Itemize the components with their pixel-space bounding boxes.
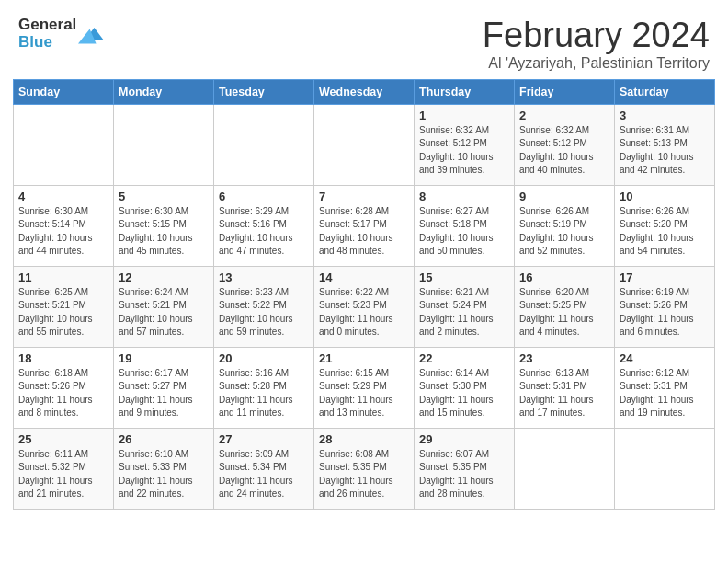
day-number: 18 xyxy=(18,351,108,365)
day-info: Sunrise: 6:16 AM Sunset: 5:28 PM Dayligh… xyxy=(219,367,309,420)
day-number: 16 xyxy=(519,270,609,284)
day-number: 14 xyxy=(319,270,409,284)
day-info: Sunrise: 6:23 AM Sunset: 5:22 PM Dayligh… xyxy=(219,286,309,339)
calendar: SundayMondayTuesdayWednesdayThursdayFrid… xyxy=(0,79,728,523)
title-area: February 2024 Al 'Ayzariyah, Palestinian… xyxy=(483,17,710,72)
day-info: Sunrise: 6:20 AM Sunset: 5:25 PM Dayligh… xyxy=(519,286,609,339)
day-number: 25 xyxy=(18,432,108,446)
day-info: Sunrise: 6:26 AM Sunset: 5:20 PM Dayligh… xyxy=(620,205,710,259)
day-number: 22 xyxy=(419,351,509,365)
day-number: 17 xyxy=(620,270,710,284)
day-number: 29 xyxy=(419,432,509,446)
day-info: Sunrise: 6:29 AM Sunset: 5:16 PM Dayligh… xyxy=(219,205,309,259)
column-header-monday: Monday xyxy=(114,79,214,104)
day-number: 9 xyxy=(519,190,609,203)
day-number: 23 xyxy=(519,351,609,365)
calendar-table: SundayMondayTuesdayWednesdayThursdayFrid… xyxy=(13,79,715,510)
day-number: 24 xyxy=(620,351,710,365)
calendar-cell: 1Sunrise: 6:32 AM Sunset: 5:12 PM Daylig… xyxy=(415,104,515,185)
calendar-cell xyxy=(515,428,615,509)
calendar-cell: 2Sunrise: 6:32 AM Sunset: 5:12 PM Daylig… xyxy=(515,104,615,185)
day-number: 28 xyxy=(319,432,409,446)
column-header-tuesday: Tuesday xyxy=(214,79,314,104)
calendar-cell: 10Sunrise: 6:26 AM Sunset: 5:20 PM Dayli… xyxy=(615,185,715,266)
calendar-cell: 24Sunrise: 6:12 AM Sunset: 5:31 PM Dayli… xyxy=(615,347,715,428)
column-header-wednesday: Wednesday xyxy=(314,79,415,104)
day-info: Sunrise: 6:24 AM Sunset: 5:21 PM Dayligh… xyxy=(119,286,209,339)
day-number: 6 xyxy=(219,190,309,203)
day-info: Sunrise: 6:21 AM Sunset: 5:24 PM Dayligh… xyxy=(419,286,509,339)
day-number: 10 xyxy=(620,190,710,203)
day-info: Sunrise: 6:32 AM Sunset: 5:12 PM Dayligh… xyxy=(419,124,509,178)
calendar-cell: 15Sunrise: 6:21 AM Sunset: 5:24 PM Dayli… xyxy=(415,266,515,347)
calendar-cell: 26Sunrise: 6:10 AM Sunset: 5:33 PM Dayli… xyxy=(114,428,214,509)
logo: General Blue xyxy=(18,17,104,51)
day-info: Sunrise: 6:22 AM Sunset: 5:23 PM Dayligh… xyxy=(319,286,409,339)
calendar-cell: 28Sunrise: 6:08 AM Sunset: 5:35 PM Dayli… xyxy=(314,428,415,509)
calendar-cell xyxy=(615,428,715,509)
calendar-cell: 27Sunrise: 6:09 AM Sunset: 5:34 PM Dayli… xyxy=(214,428,314,509)
calendar-cell: 7Sunrise: 6:28 AM Sunset: 5:17 PM Daylig… xyxy=(314,185,415,266)
day-number: 27 xyxy=(219,432,309,446)
calendar-cell: 22Sunrise: 6:14 AM Sunset: 5:30 PM Dayli… xyxy=(415,347,515,428)
day-info: Sunrise: 6:30 AM Sunset: 5:15 PM Dayligh… xyxy=(119,205,209,259)
day-info: Sunrise: 6:11 AM Sunset: 5:32 PM Dayligh… xyxy=(18,448,108,501)
day-number: 8 xyxy=(419,190,509,203)
location-title: Al 'Ayzariyah, Palestinian Territory xyxy=(483,55,710,72)
day-info: Sunrise: 6:31 AM Sunset: 5:13 PM Dayligh… xyxy=(620,124,710,178)
calendar-cell: 25Sunrise: 6:11 AM Sunset: 5:32 PM Dayli… xyxy=(14,428,114,509)
day-info: Sunrise: 6:13 AM Sunset: 5:31 PM Dayligh… xyxy=(519,367,609,420)
calendar-cell: 17Sunrise: 6:19 AM Sunset: 5:26 PM Dayli… xyxy=(615,266,715,347)
calendar-cell: 18Sunrise: 6:18 AM Sunset: 5:26 PM Dayli… xyxy=(14,347,114,428)
calendar-cell: 8Sunrise: 6:27 AM Sunset: 5:18 PM Daylig… xyxy=(415,185,515,266)
day-info: Sunrise: 6:08 AM Sunset: 5:35 PM Dayligh… xyxy=(319,448,409,501)
day-number: 3 xyxy=(620,109,710,122)
day-info: Sunrise: 6:15 AM Sunset: 5:29 PM Dayligh… xyxy=(319,367,409,420)
day-number: 1 xyxy=(419,109,509,122)
calendar-cell: 13Sunrise: 6:23 AM Sunset: 5:22 PM Dayli… xyxy=(214,266,314,347)
calendar-cell: 16Sunrise: 6:20 AM Sunset: 5:25 PM Dayli… xyxy=(515,266,615,347)
day-number: 21 xyxy=(319,351,409,365)
day-info: Sunrise: 6:07 AM Sunset: 5:35 PM Dayligh… xyxy=(419,448,509,501)
calendar-cell: 29Sunrise: 6:07 AM Sunset: 5:35 PM Dayli… xyxy=(415,428,515,509)
day-info: Sunrise: 6:27 AM Sunset: 5:18 PM Dayligh… xyxy=(419,205,509,259)
day-number: 15 xyxy=(419,270,509,284)
day-info: Sunrise: 6:19 AM Sunset: 5:26 PM Dayligh… xyxy=(620,286,710,339)
calendar-cell: 20Sunrise: 6:16 AM Sunset: 5:28 PM Dayli… xyxy=(214,347,314,428)
day-number: 11 xyxy=(18,270,108,284)
day-number: 5 xyxy=(119,190,209,203)
column-header-thursday: Thursday xyxy=(415,79,515,104)
calendar-cell xyxy=(114,104,214,185)
day-number: 13 xyxy=(219,270,309,284)
day-info: Sunrise: 6:32 AM Sunset: 5:12 PM Dayligh… xyxy=(519,124,609,178)
day-number: 12 xyxy=(119,270,209,284)
calendar-cell: 23Sunrise: 6:13 AM Sunset: 5:31 PM Dayli… xyxy=(515,347,615,428)
day-info: Sunrise: 6:14 AM Sunset: 5:30 PM Dayligh… xyxy=(419,367,509,420)
column-header-saturday: Saturday xyxy=(615,79,715,104)
day-number: 2 xyxy=(519,109,609,122)
day-info: Sunrise: 6:25 AM Sunset: 5:21 PM Dayligh… xyxy=(18,286,108,339)
day-info: Sunrise: 6:09 AM Sunset: 5:34 PM Dayligh… xyxy=(219,448,309,501)
logo-icon xyxy=(78,21,104,47)
day-info: Sunrise: 6:30 AM Sunset: 5:14 PM Dayligh… xyxy=(18,205,108,259)
calendar-cell: 12Sunrise: 6:24 AM Sunset: 5:21 PM Dayli… xyxy=(114,266,214,347)
calendar-cell xyxy=(14,104,114,185)
day-number: 7 xyxy=(319,190,409,203)
calendar-cell: 6Sunrise: 6:29 AM Sunset: 5:16 PM Daylig… xyxy=(214,185,314,266)
column-header-friday: Friday xyxy=(515,79,615,104)
calendar-cell xyxy=(214,104,314,185)
day-number: 19 xyxy=(119,351,209,365)
column-header-sunday: Sunday xyxy=(14,79,114,104)
logo-general: General xyxy=(18,17,76,34)
month-title: February 2024 xyxy=(483,17,710,55)
calendar-cell: 3Sunrise: 6:31 AM Sunset: 5:13 PM Daylig… xyxy=(615,104,715,185)
logo-blue: Blue xyxy=(18,34,76,52)
day-number: 26 xyxy=(119,432,209,446)
calendar-header: SundayMondayTuesdayWednesdayThursdayFrid… xyxy=(14,79,715,104)
day-number: 4 xyxy=(18,190,108,203)
day-number: 20 xyxy=(219,351,309,365)
calendar-cell: 4Sunrise: 6:30 AM Sunset: 5:14 PM Daylig… xyxy=(14,185,114,266)
page-header: General Blue February 2024 Al 'Ayzariyah… xyxy=(0,0,728,79)
day-info: Sunrise: 6:10 AM Sunset: 5:33 PM Dayligh… xyxy=(119,448,209,501)
day-info: Sunrise: 6:18 AM Sunset: 5:26 PM Dayligh… xyxy=(18,367,108,420)
